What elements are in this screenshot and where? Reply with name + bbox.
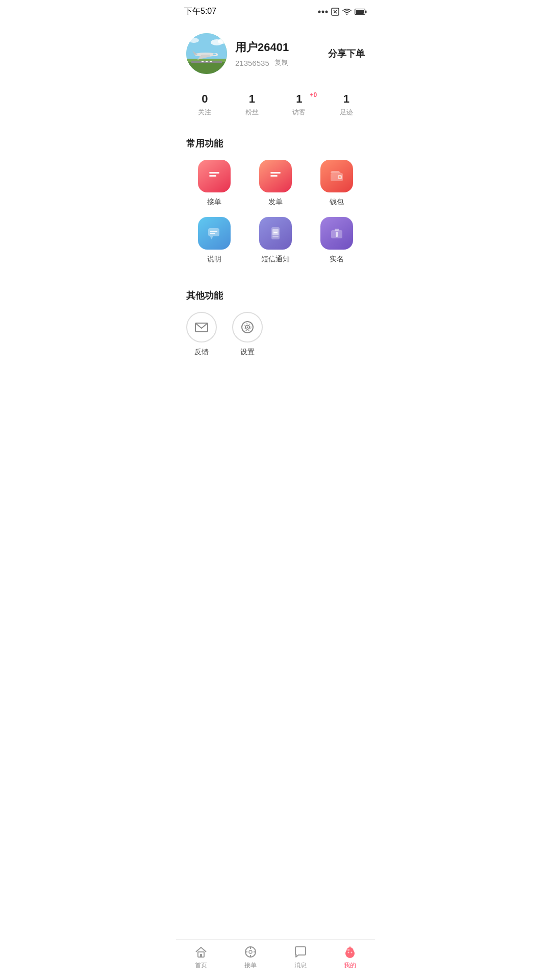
stat-footprint[interactable]: 1 足迹 [340,92,353,117]
svg-rect-8 [356,10,364,14]
svg-rect-37 [273,232,278,233]
common-functions-section: 常用功能 接单 发单 [176,127,375,274]
svg-point-22 [218,39,226,44]
common-functions-grid: 接单 发单 [186,160,365,269]
duanxin-icon [259,217,292,250]
nav-jiedan[interactable]: 接单 [226,945,276,970]
svg-point-59 [351,952,353,953]
svg-point-0 [318,10,321,13]
jiedan-icon [198,160,231,192]
svg-rect-41 [336,232,338,237]
follow-label: 关注 [198,108,211,117]
nav-message[interactable]: 消息 [276,945,325,970]
nav-mine[interactable]: 我的 [325,945,375,970]
svg-point-2 [325,10,328,13]
signal-dots-icon [318,10,328,14]
svg-rect-14 [206,61,208,62]
stat-follow[interactable]: 0 关注 [198,92,211,117]
svg-point-56 [346,947,354,954]
fadan-item[interactable]: 发单 [247,160,304,207]
nav-jiedan-label: 接单 [244,961,257,970]
svg-point-23 [189,38,199,43]
svg-rect-38 [272,236,279,237]
common-functions-title: 常用功能 [186,137,365,150]
svg-marker-32 [210,236,213,239]
nav-jiedan-icon [243,945,258,959]
fans-count: 1 [249,92,255,106]
other-functions-section: 其他功能 反馈 [176,279,375,367]
copy-button[interactable]: 复制 [274,58,289,67]
shuoming-label: 说明 [207,255,221,264]
nav-home[interactable]: 首页 [176,945,226,970]
svg-rect-15 [210,61,212,62]
duanxin-item[interactable]: 短信通知 [247,217,304,264]
svg-rect-48 [200,954,202,957]
svg-rect-24 [209,172,219,174]
shezhi-icon [232,312,263,342]
home-icon [194,945,208,959]
svg-rect-26 [270,172,281,174]
fadan-label: 发单 [268,198,283,207]
other-functions-grid: 反馈 设置 [186,312,365,362]
nav-home-label: 首页 [195,961,207,970]
visitors-count: 1 [296,92,302,106]
share-order-button[interactable]: 分享下单 [328,47,365,60]
svg-point-1 [322,10,324,13]
duanxin-label: 短信通知 [261,255,290,264]
fankui-item[interactable]: 反馈 [186,312,217,357]
svg-rect-40 [335,229,339,231]
jiedan-item[interactable]: 接单 [186,160,242,207]
shezhi-label: 设置 [240,348,255,357]
svg-point-57 [347,949,350,951]
fans-label: 粉丝 [245,108,259,117]
battery-icon [355,9,367,15]
visitors-label: 访客 [292,108,306,117]
user-info: 用户26401 21356535 复制 [235,40,289,67]
message-icon [293,945,308,959]
profile-section: 用户26401 21356535 复制 分享下单 [176,21,375,82]
svg-rect-20 [213,54,216,55]
nav-mine-label: 我的 [344,961,356,970]
username: 用户26401 [235,40,289,55]
user-id: 21356535 [235,59,269,67]
follow-count: 0 [202,92,208,106]
svg-rect-7 [365,10,367,13]
close-icon [331,8,339,16]
shuoming-item[interactable]: 说明 [186,217,242,264]
status-bar: 下午5:07 [176,0,375,21]
fadan-icon [259,160,292,192]
shezhi-item[interactable]: 设置 [232,312,263,357]
shiming-label: 实名 [330,255,344,264]
stat-fans[interactable]: 1 粉丝 [245,92,259,117]
status-time: 下午5:07 [184,6,216,17]
footprint-label: 足迹 [340,108,353,117]
stats-row: 0 关注 1 粉丝 1 +0 访客 1 足迹 [176,82,375,122]
shiming-icon [320,217,353,250]
bottom-nav: 首页 接单 消息 [176,939,375,980]
svg-rect-25 [209,175,216,177]
avatar[interactable] [186,33,227,74]
mine-icon [343,945,357,959]
qianbao-label: 钱包 [330,198,344,207]
svg-rect-31 [208,228,219,236]
status-icons [318,8,367,16]
svg-point-45 [247,327,248,328]
svg-rect-34 [210,233,215,234]
qianbao-icon [320,160,353,192]
shiming-item[interactable]: 实名 [309,217,365,264]
visitors-badge: +0 [310,91,317,99]
qianbao-item[interactable]: 钱包 [309,160,365,207]
svg-point-58 [348,952,349,953]
jiedan-label: 接单 [207,198,221,207]
svg-rect-13 [202,61,204,62]
footprint-count: 1 [343,92,349,106]
nav-message-label: 消息 [294,961,307,970]
fankui-label: 反馈 [194,348,209,357]
stat-visitors[interactable]: 1 +0 访客 [292,92,306,117]
svg-point-30 [339,176,341,178]
svg-rect-27 [270,175,278,177]
other-functions-title: 其他功能 [186,289,365,302]
svg-rect-33 [210,231,217,232]
svg-point-50 [249,950,252,953]
wifi-icon [342,8,352,15]
